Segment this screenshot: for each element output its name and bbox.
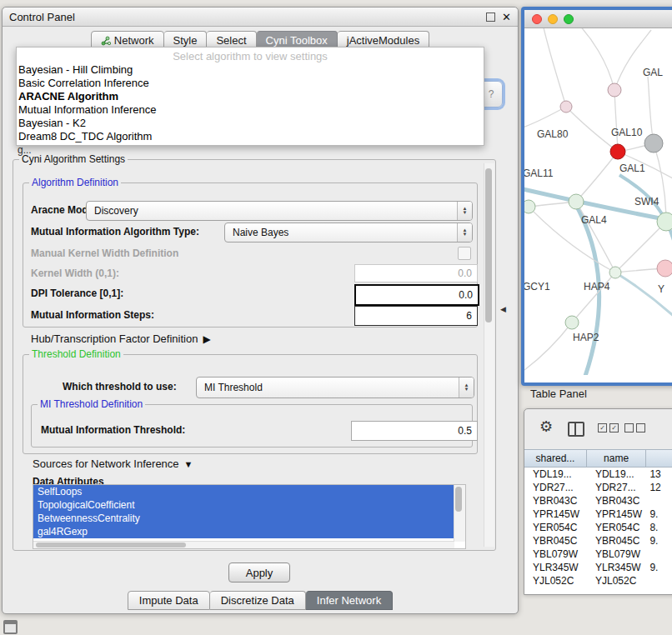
close-button[interactable] xyxy=(532,14,542,24)
window-title: Control Panel xyxy=(9,11,75,23)
list-item-selected[interactable]: TopologicalCoefficient xyxy=(33,498,454,512)
apply-button[interactable]: Apply xyxy=(228,562,290,582)
node-green[interactable] xyxy=(569,194,584,209)
node-pink[interactable] xyxy=(657,260,672,277)
cell xyxy=(646,494,672,508)
menu-item-selected[interactable]: ARACNE Algorithm xyxy=(17,90,484,103)
gear-icon[interactable]: ⚙ xyxy=(539,419,553,434)
table-row[interactable]: YLR345W YLR345W 9. xyxy=(524,561,672,574)
tab-label: Style xyxy=(173,34,198,47)
column-browser-icon[interactable] xyxy=(568,422,584,437)
scrollbar-thumb[interactable] xyxy=(455,487,462,512)
cell: YBL079W xyxy=(524,548,587,561)
node-label: HAP4 xyxy=(584,281,610,292)
table-row[interactable]: YBL079W YBL079W xyxy=(524,548,672,561)
network-view-titlebar[interactable] xyxy=(524,10,672,28)
table-row[interactable]: YJL052C YJL052C xyxy=(524,574,672,588)
menu-item[interactable]: Dream8 DC_TDC Algorithm xyxy=(17,130,484,143)
scrollbar-thumb[interactable] xyxy=(485,168,492,322)
column-header[interactable] xyxy=(646,450,672,467)
node-green[interactable] xyxy=(524,200,535,213)
cell xyxy=(646,574,672,588)
list-scrollbar[interactable] xyxy=(454,485,465,542)
minimize-button[interactable] xyxy=(548,14,558,24)
cell: YDL19... xyxy=(524,468,587,481)
table-toolbar: ⚙ ✓✓ xyxy=(524,409,672,449)
kernel-width-value: 0.0 xyxy=(458,268,472,279)
mi-type-value: Naive Bayes xyxy=(225,227,288,238)
close-icon[interactable]: ✕ xyxy=(502,12,511,22)
menu-item[interactable]: Bayesian - Hill Climbing xyxy=(17,63,484,77)
node-green[interactable] xyxy=(565,316,579,329)
mi-threshold-value: 0.5 xyxy=(458,425,472,437)
algorithm-dropdown-menu: Select algorithm to view settings Bayesi… xyxy=(16,47,484,146)
table-row[interactable]: YPR145W YPR145W 9. xyxy=(524,508,672,521)
list-item-selected[interactable]: SelfLoops xyxy=(33,485,454,498)
control-panel-window: Control Panel ✕ Network Style Select Cyn… xyxy=(2,7,519,614)
which-threshold-value: MI Threshold xyxy=(197,382,263,393)
tab-infer-network[interactable]: Infer Network xyxy=(306,591,393,610)
settings-scrollbar[interactable] xyxy=(484,163,494,547)
tab-impute-data[interactable]: Impute Data xyxy=(128,591,210,610)
node-pink[interactable] xyxy=(608,83,621,97)
network-canvas[interactable]: GAL GAL80 GAL10 GAL11 GAL1 SWI4 GAL4 GCY… xyxy=(524,28,672,375)
menu-placeholder: Select algorithm to view settings xyxy=(17,49,484,63)
table-row[interactable]: YBR043C YBR043C xyxy=(524,494,672,508)
mi-steps-label: Mutual Information Steps: xyxy=(31,306,154,324)
node-label: GCY1 xyxy=(524,281,550,292)
node-green[interactable] xyxy=(609,267,621,278)
tab-label: jActiveModules xyxy=(347,34,419,47)
cell: YJL052C xyxy=(587,574,646,588)
mi-type-select[interactable]: Naive Bayes ▲▼ xyxy=(224,222,473,242)
manual-kernel-checkbox[interactable] xyxy=(458,247,471,260)
node-hub-gray[interactable] xyxy=(644,134,663,152)
deselect-all-icon[interactable] xyxy=(624,423,645,432)
combo-arrows-icon: ▲▼ xyxy=(459,378,474,398)
panel-divider-collapse-icon[interactable]: ◀ xyxy=(500,305,506,313)
cell: YER054C xyxy=(587,521,646,534)
hub-definition-header[interactable]: Hub/Transcription Factor Definition ▶ xyxy=(31,332,211,345)
node-pink[interactable] xyxy=(560,101,572,112)
node-label: Y xyxy=(658,283,664,295)
list-item-selected[interactable]: gal4RGexp xyxy=(33,525,454,538)
list-item-selected[interactable]: BetweennessCentrality xyxy=(33,512,454,525)
column-header[interactable]: name xyxy=(587,450,646,467)
control-panel-titlebar[interactable]: Control Panel ✕ xyxy=(3,8,518,27)
list-hscrollbar[interactable] xyxy=(33,541,454,548)
aracne-mode-select[interactable]: Discovery ▲▼ xyxy=(86,201,473,221)
cell: YBR045C xyxy=(587,534,646,548)
apply-button-label: Apply xyxy=(246,567,273,579)
table-row[interactable]: YDL19... YDL19... 13 xyxy=(524,468,672,481)
column-header[interactable]: shared... xyxy=(524,450,587,467)
zoom-button[interactable] xyxy=(564,14,574,24)
table-row[interactable]: YBR045C YBR045C 9. xyxy=(524,534,672,548)
kernel-width-input[interactable]: 0.0 xyxy=(354,264,478,282)
group-title: Threshold Definition xyxy=(29,348,123,360)
select-all-icon[interactable]: ✓✓ xyxy=(598,423,619,432)
combo-arrows-icon: ▲▼ xyxy=(457,202,472,220)
scrollbar-thumb[interactable] xyxy=(36,542,186,548)
table-row[interactable]: YDR27... YDR27... 12 xyxy=(524,481,672,494)
mi-threshold-input[interactable]: 0.5 xyxy=(351,421,478,441)
mi-steps-input[interactable]: 6 xyxy=(354,306,478,326)
node-gal10-selected[interactable] xyxy=(610,144,625,159)
restore-panel-icon[interactable] xyxy=(3,620,18,634)
menu-item[interactable]: Mutual Information Inference xyxy=(17,103,484,117)
cell: YER054C xyxy=(524,521,587,534)
float-window-icon[interactable] xyxy=(486,12,495,22)
sources-header[interactable]: Sources for Network Inference ▼ xyxy=(33,458,193,470)
tab-label: Select xyxy=(216,34,246,47)
cell: 13 xyxy=(646,468,672,481)
network-icon xyxy=(101,36,111,46)
node-green[interactable] xyxy=(657,212,672,231)
tab-label: Network xyxy=(114,34,154,47)
cell: 9. xyxy=(646,561,672,574)
menu-item[interactable]: Bayesian - K2 xyxy=(17,117,484,130)
which-threshold-select[interactable]: MI Threshold ▲▼ xyxy=(196,377,474,398)
cell: YBR043C xyxy=(587,494,646,508)
mi-threshold-label: Mutual Information Threshold: xyxy=(41,421,185,439)
menu-item[interactable]: Basic Correlation Inference xyxy=(17,77,484,90)
table-row[interactable]: YER054C YER054C 8. xyxy=(524,521,672,534)
tab-discretize-data[interactable]: Discretize Data xyxy=(210,591,306,610)
dpi-tolerance-input[interactable]: 0.0 xyxy=(354,284,479,306)
